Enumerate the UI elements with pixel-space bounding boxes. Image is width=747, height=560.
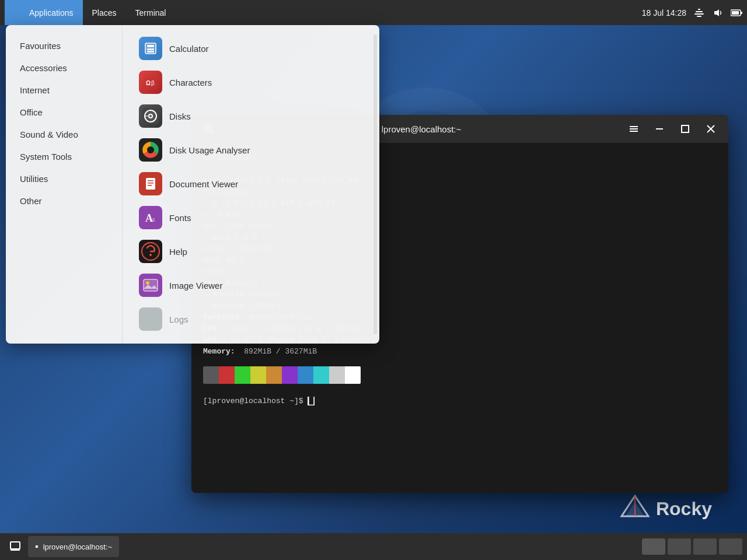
taskbar-pager-3[interactable] xyxy=(693,538,717,555)
battery-icon[interactable] xyxy=(731,7,742,19)
svg-rect-9 xyxy=(147,45,154,47)
color-swatch-yellow xyxy=(250,366,266,384)
terminal-prompt-line: [lproven@localhost ~]$ █ xyxy=(203,396,717,407)
menu-item-help[interactable]: Help xyxy=(132,235,370,268)
svg-text:a: a xyxy=(152,215,155,223)
menu-item-characters[interactable]: Ω β Characters xyxy=(132,66,370,99)
app-icon xyxy=(14,7,26,19)
rocky-logo-icon xyxy=(619,493,651,525)
disks-label: Disks xyxy=(169,111,191,121)
sidebar-item-other[interactable]: Other xyxy=(8,190,120,212)
svg-point-25 xyxy=(147,146,154,153)
color-swatch-gray xyxy=(203,366,219,384)
help-label: Help xyxy=(169,247,187,257)
svg-marker-4 xyxy=(714,9,719,16)
taskbar-terminal-icon: ▪ xyxy=(35,541,39,552)
menu-item-fonts[interactable]: A a Fonts xyxy=(132,201,370,234)
network-icon[interactable] xyxy=(693,7,705,19)
menu-item-disk-usage[interactable]: Disk Usage Analyser xyxy=(132,134,370,166)
calculator-label: Calculator xyxy=(169,44,209,54)
terminal-minimize-button[interactable] xyxy=(649,118,670,139)
clock: 18 Jul 14:28 xyxy=(642,8,686,18)
menu-item-image-viewer[interactable]: Image Viewer xyxy=(132,269,370,302)
menu-item-calculator[interactable]: Calculator xyxy=(132,32,370,65)
taskbar-terminal-window[interactable]: ▪ lproven@localhost:~ xyxy=(28,536,119,557)
color-swatch-light xyxy=(329,366,345,384)
taskbar-pager-4[interactable] xyxy=(719,538,742,555)
sidebar-item-internet[interactable]: Internet xyxy=(8,79,120,101)
disks-icon xyxy=(139,104,162,128)
document-viewer-icon xyxy=(139,172,162,195)
svg-rect-7 xyxy=(741,12,742,14)
svg-point-33 xyxy=(149,254,152,256)
svg-text:β: β xyxy=(151,80,155,86)
disk-usage-icon xyxy=(139,138,162,162)
volume-icon[interactable] xyxy=(712,7,724,19)
svg-rect-40 xyxy=(630,128,638,130)
terminal-maximize-button[interactable] xyxy=(675,118,696,139)
taskbar-left: ▪ lproven@localhost:~ xyxy=(5,536,119,557)
svg-rect-10 xyxy=(147,48,149,50)
svg-rect-13 xyxy=(147,51,149,52)
scrollbar[interactable] xyxy=(374,34,377,334)
calculator-icon xyxy=(139,37,162,60)
document-viewer-label: Document Viewer xyxy=(169,179,238,189)
svg-rect-42 xyxy=(656,128,663,130)
rocky-logo-text: Rocky xyxy=(656,498,712,520)
color-swatch-green xyxy=(235,366,250,384)
menu-item-disks[interactable]: Disks xyxy=(132,100,370,132)
image-viewer-label: Image Viewer xyxy=(169,281,222,290)
svg-rect-28 xyxy=(148,183,153,184)
fonts-icon: A a xyxy=(139,206,162,229)
terminal-line: Memory: 892MiB / 3627MiB xyxy=(203,346,717,358)
topbar-left: Applications Places Terminal xyxy=(5,0,175,25)
menu-item-logs[interactable]: Logs xyxy=(132,303,370,335)
svg-rect-14 xyxy=(149,51,152,52)
color-swatch-red xyxy=(219,366,235,384)
svg-rect-34 xyxy=(144,279,158,291)
sidebar-item-sound-video[interactable]: Sound & Video xyxy=(8,124,120,145)
menu-content: Calculator Ω β Characters xyxy=(123,25,379,344)
svg-rect-27 xyxy=(148,180,153,181)
sidebar-item-favourites[interactable]: Favourites xyxy=(8,35,120,57)
svg-rect-11 xyxy=(149,48,152,50)
terminal-cursor: █ xyxy=(308,397,315,405)
disk-usage-label: Disk Usage Analyser xyxy=(169,145,250,155)
svg-point-22 xyxy=(149,115,152,117)
svg-point-35 xyxy=(146,281,149,285)
terminal-menu-btn[interactable] xyxy=(623,118,644,139)
menu-item-document-viewer[interactable]: Document Viewer xyxy=(132,167,370,200)
terminal-close-button[interactable] xyxy=(700,118,721,139)
svg-rect-41 xyxy=(630,131,638,132)
svg-rect-26 xyxy=(146,178,155,190)
sidebar-item-system-tools[interactable]: System Tools xyxy=(8,146,120,167)
fonts-label: Fonts xyxy=(169,213,191,223)
places-menu-button[interactable]: Places xyxy=(83,0,126,25)
color-swatch-white xyxy=(345,366,361,384)
characters-label: Characters xyxy=(169,78,212,88)
color-bar xyxy=(203,366,717,384)
taskbar-pager-1[interactable] xyxy=(642,538,665,555)
sidebar-item-utilities[interactable]: Utilities xyxy=(8,168,120,190)
menu-sidebar: Favourites Accessories Internet Office S… xyxy=(6,25,123,344)
taskbar-show-desktop-button[interactable] xyxy=(5,536,26,557)
svg-rect-43 xyxy=(682,125,689,132)
svg-rect-29 xyxy=(148,185,152,186)
svg-rect-0 xyxy=(698,9,700,10)
taskbar-pager-2[interactable] xyxy=(668,538,691,555)
sidebar-item-office[interactable]: Office xyxy=(8,102,120,123)
svg-rect-39 xyxy=(630,126,638,127)
applications-menu-button[interactable]: Applications xyxy=(5,0,83,25)
color-swatch-purple xyxy=(282,366,298,384)
topbar-right: 18 Jul 14:28 xyxy=(642,7,742,19)
sidebar-item-accessories[interactable]: Accessories xyxy=(8,57,120,79)
taskbar: ▪ lproven@localhost:~ xyxy=(0,533,747,560)
svg-rect-49 xyxy=(11,542,20,549)
svg-rect-6 xyxy=(732,11,739,15)
places-label: Places xyxy=(92,8,117,18)
terminal-prompt: [lproven@localhost ~]$ xyxy=(203,397,308,405)
svg-rect-3 xyxy=(697,16,701,17)
svg-text:Ω: Ω xyxy=(146,80,151,86)
taskbar-terminal-label: lproven@localhost:~ xyxy=(43,542,112,551)
terminal-menu-button[interactable]: Terminal xyxy=(126,0,176,25)
